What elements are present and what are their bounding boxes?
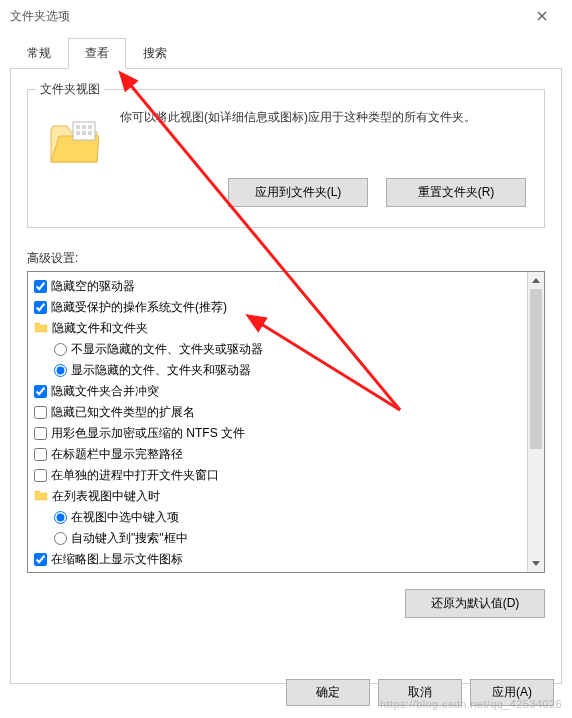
apply-to-folders-button[interactable]: 应用到文件夹(L) — [228, 178, 368, 207]
ok-button[interactable]: 确定 — [286, 679, 370, 706]
window-title: 文件夹选项 — [10, 8, 522, 25]
checkbox[interactable] — [34, 301, 47, 314]
advanced-settings-list: 隐藏空的驱动器隐藏受保护的操作系统文件(推荐)隐藏文件和文件夹不显示隐藏的文件、… — [27, 271, 545, 573]
svg-rect-2 — [82, 125, 86, 129]
list-item-label: 在标题栏中显示完整路径 — [51, 446, 183, 463]
close-button[interactable] — [522, 2, 562, 30]
list-item-label: 隐藏已知文件类型的扩展名 — [51, 404, 195, 421]
folder-icon — [34, 321, 48, 336]
list-item-label: 隐藏受保护的操作系统文件(推荐) — [51, 299, 227, 316]
checkbox[interactable] — [34, 427, 47, 440]
list-item[interactable]: 在单独的进程中打开文件夹窗口 — [30, 465, 525, 486]
scroll-thumb[interactable] — [530, 289, 542, 449]
folder-view-description: 你可以将此视图(如详细信息或图标)应用于这种类型的所有文件夹。 — [120, 108, 526, 164]
list-item-label: 在单独的进程中打开文件夹窗口 — [51, 467, 219, 484]
list-item-label: 隐藏空的驱动器 — [51, 278, 135, 295]
radio[interactable] — [54, 532, 67, 545]
advanced-settings-label: 高级设置: — [27, 250, 545, 267]
svg-rect-6 — [88, 131, 92, 135]
close-icon — [537, 11, 547, 21]
list-item[interactable]: 自动键入到"搜索"框中 — [30, 528, 525, 549]
list-item[interactable]: 显示隐藏的文件、文件夹和驱动器 — [30, 360, 525, 381]
checkbox[interactable] — [34, 385, 47, 398]
watermark: https://blog.csdn.net/qq_42534026 — [380, 698, 562, 710]
tab-general[interactable]: 常规 — [10, 38, 68, 69]
checkbox[interactable] — [34, 553, 47, 566]
list-item-label: 自动键入到"搜索"框中 — [71, 530, 188, 547]
checkbox[interactable] — [34, 406, 47, 419]
list-item[interactable]: 隐藏文件夹合并冲突 — [30, 381, 525, 402]
radio[interactable] — [54, 364, 67, 377]
list-item-label: 在列表视图中键入时 — [52, 488, 160, 505]
folder-view-legend: 文件夹视图 — [36, 81, 104, 98]
restore-defaults-button[interactable]: 还原为默认值(D) — [405, 589, 545, 618]
checkbox[interactable] — [34, 280, 47, 293]
scroll-up-icon[interactable] — [528, 272, 544, 289]
radio[interactable] — [54, 343, 67, 356]
list-item-label: 在缩略图上显示文件图标 — [51, 551, 183, 568]
titlebar: 文件夹选项 — [0, 0, 572, 32]
scrollbar[interactable] — [527, 272, 544, 572]
list-item-label: 用彩色显示加密或压缩的 NTFS 文件 — [51, 425, 245, 442]
reset-folders-button[interactable]: 重置文件夹(R) — [386, 178, 526, 207]
svg-rect-3 — [88, 125, 92, 129]
scroll-down-icon[interactable] — [528, 555, 544, 572]
list-item-label: 在视图中选中键入项 — [71, 509, 179, 526]
checkbox[interactable] — [34, 469, 47, 482]
svg-rect-1 — [76, 125, 80, 129]
folder-icon — [34, 489, 48, 504]
list-item[interactable]: 在列表视图中键入时 — [30, 486, 525, 507]
radio[interactable] — [54, 511, 67, 524]
checkbox[interactable] — [34, 448, 47, 461]
tab-panel-view: 文件夹视图 你可以将此视图(如详细信息或图标)应用于这种类型的所有文件夹。 应用… — [10, 68, 562, 684]
list-item-label: 隐藏文件夹合并冲突 — [51, 383, 159, 400]
list-item[interactable]: 不显示隐藏的文件、文件夹或驱动器 — [30, 339, 525, 360]
list-item[interactable]: 在缩略图上显示文件图标 — [30, 549, 525, 570]
list-item[interactable]: 隐藏文件和文件夹 — [30, 318, 525, 339]
tab-view[interactable]: 查看 — [68, 38, 126, 69]
list-item[interactable]: 在视图中选中键入项 — [30, 507, 525, 528]
tabstrip: 常规 查看 搜索 — [0, 32, 572, 69]
list-item[interactable]: 在标题栏中显示完整路径 — [30, 444, 525, 465]
list-item[interactable]: 用彩色显示加密或压缩的 NTFS 文件 — [30, 423, 525, 444]
list-item-label: 隐藏文件和文件夹 — [52, 320, 148, 337]
svg-rect-5 — [82, 131, 86, 135]
list-item-label: 显示隐藏的文件、文件夹和驱动器 — [71, 362, 251, 379]
svg-rect-4 — [76, 131, 80, 135]
folder-icon — [46, 108, 102, 164]
list-item-label: 不显示隐藏的文件、文件夹或驱动器 — [71, 341, 263, 358]
folder-view-group: 文件夹视图 你可以将此视图(如详细信息或图标)应用于这种类型的所有文件夹。 应用… — [27, 89, 545, 228]
list-item[interactable]: 隐藏已知文件类型的扩展名 — [30, 402, 525, 423]
tab-search[interactable]: 搜索 — [126, 38, 184, 69]
list-item[interactable]: 隐藏空的驱动器 — [30, 276, 525, 297]
list-item[interactable]: 隐藏受保护的操作系统文件(推荐) — [30, 297, 525, 318]
